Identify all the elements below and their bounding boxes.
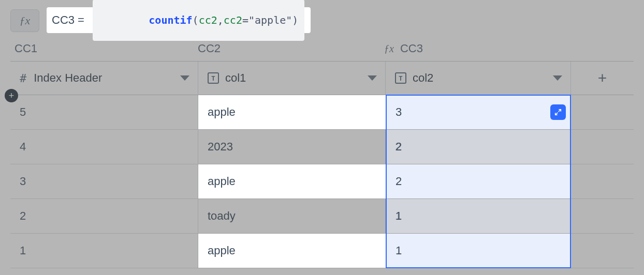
formula-target: CC3 = <box>52 13 84 27</box>
col1-cell[interactable]: apple <box>198 95 386 129</box>
chevron-down-icon[interactable] <box>553 75 562 81</box>
text-type-icon: T <box>395 72 406 84</box>
col2-header[interactable]: T col2 <box>386 62 571 95</box>
paren-close: ) <box>292 14 298 26</box>
formula-input[interactable]: countif(cc2,cc2="apple") <box>93 0 304 41</box>
data-table: # Index Header T col1 T col2 + 5 apple 3… <box>10 61 634 268</box>
hash-icon: # <box>20 72 26 85</box>
formula-ref: cc2 <box>199 14 217 26</box>
fx-icon[interactable]: ƒx <box>10 9 39 32</box>
formula-string: "apple" <box>248 14 292 26</box>
text-type-icon: T <box>208 72 219 84</box>
col2-header-label: col2 <box>413 71 433 85</box>
column-ref-cc2: CC2 <box>197 42 384 55</box>
index-cell[interactable]: 2 <box>10 199 198 233</box>
formula-ref: cc2 <box>224 14 242 26</box>
formula-function: countif <box>149 14 192 26</box>
col1-cell[interactable]: toady <box>198 199 386 233</box>
col1-header[interactable]: T col1 <box>198 62 386 95</box>
table-row: 4 2023 2 <box>10 130 634 164</box>
equals-sign: = <box>242 14 248 26</box>
col2-cell[interactable]: 1 <box>386 199 571 233</box>
index-cell[interactable]: 3 <box>10 164 198 198</box>
col2-cell[interactable]: 3 <box>386 95 571 129</box>
col2-cell[interactable]: 2 <box>386 130 571 164</box>
index-cell[interactable]: 4 <box>10 130 198 164</box>
plus-icon: + <box>598 70 607 86</box>
col1-header-label: col1 <box>225 71 246 85</box>
table-row: 3 apple 2 <box>10 164 634 199</box>
index-cell[interactable]: 5 <box>10 95 198 129</box>
col2-cell[interactable]: 2 <box>386 164 571 198</box>
index-cell[interactable]: 1 <box>10 234 198 268</box>
table-row: 5 apple 3 <box>10 95 634 130</box>
paren-open: ( <box>193 14 199 26</box>
index-header-label: Index Header <box>34 71 102 85</box>
index-header[interactable]: # Index Header <box>10 62 198 95</box>
col1-cell[interactable]: apple <box>198 164 386 198</box>
col1-cell[interactable]: 2023 <box>198 130 386 164</box>
chevron-down-icon[interactable] <box>180 75 189 81</box>
col2-value: 3 <box>395 105 401 119</box>
column-ref-cc1: CC1 <box>10 42 197 55</box>
fx-icon: ƒx <box>384 43 394 55</box>
col2-cell[interactable]: 1 <box>386 234 571 268</box>
add-row-button[interactable]: + <box>5 89 18 102</box>
table-row: 2 toady 1 <box>10 199 634 234</box>
chevron-down-icon[interactable] <box>368 75 377 81</box>
comma: , <box>217 14 224 26</box>
col1-cell[interactable]: apple <box>198 234 386 268</box>
column-ref-cc3: CC3 <box>400 42 423 55</box>
table-row: 1 apple 1 <box>10 234 634 268</box>
add-column-button[interactable]: + <box>571 62 634 95</box>
